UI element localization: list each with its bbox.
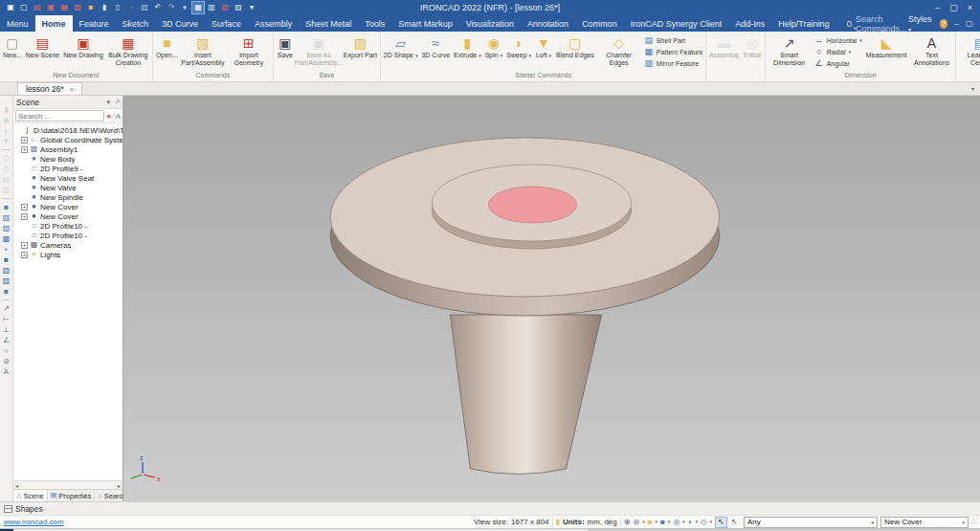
tab-help-training[interactable]: Help/Training [771, 15, 835, 32]
ribbon-button[interactable]: ◣ Measurement ▾ [864, 33, 909, 71]
ribbon-button[interactable]: A Text Annotations ▾ [908, 33, 954, 71]
screen-icon[interactable]: ▧ [219, 2, 231, 13]
tab-home[interactable]: Home [35, 15, 73, 32]
ribbon-button[interactable]: ▬ Assemble ▾ [707, 33, 741, 71]
diameter-dimension-tool-icon[interactable]: ⊘ [3, 357, 10, 365]
blend-tool-icon[interactable]: ▢ [3, 154, 11, 163]
expand-toggle-icon[interactable] [21, 166, 28, 172]
tab-add-ins[interactable]: Add-Ins [728, 15, 771, 32]
tab-3d-curve[interactable]: 3D Curve [155, 15, 205, 32]
panel-tab-properties[interactable]: ▤ Properties [48, 490, 96, 501]
scroll-left-icon[interactable]: ◂ [15, 482, 18, 489]
expand-toggle-icon[interactable] [21, 146, 28, 153]
ribbon-button[interactable]: ↗ Smart Dimension ▾ [767, 33, 813, 71]
viewport[interactable]: z x [123, 96, 980, 501]
tree-item[interactable]: ● New Cover [13, 202, 122, 211]
styles-dropdown[interactable]: Styles ▾ [908, 14, 933, 33]
qat-menu-icon[interactable]: ▾ [246, 2, 257, 13]
shell-tool-icon[interactable]: ▤ [3, 175, 11, 184]
tree-item[interactable]: ¤ Lights [13, 250, 122, 259]
ribbon-collapse-icon[interactable]: ▾ [971, 85, 980, 95]
active-part-combo[interactable]: New Cover▾ [880, 517, 969, 528]
ribbon-stack-button[interactable]: ▧ Mirror Feature ▾ [644, 57, 703, 69]
snapshot-icon[interactable]: ▦ [192, 2, 204, 13]
ribbon-button[interactable]: ▣ Save ▾ [275, 33, 296, 71]
draft-tool-icon[interactable]: ▥ [3, 186, 11, 194]
tab-smart-markup[interactable]: Smart Markup [391, 15, 459, 32]
ribbon-button[interactable]: ▢ New... ▾ [1, 33, 23, 71]
zoom-out-icon[interactable]: ⊖ [633, 519, 639, 526]
close-icon[interactable]: × [70, 85, 75, 94]
tab-common[interactable]: Common [575, 15, 624, 32]
import-icon[interactable]: ▧ [139, 2, 150, 13]
ribbon-button[interactable]: ▣ New Drawing ▾ [61, 33, 105, 71]
redo-icon[interactable]: ↷ [166, 2, 177, 13]
ribbon-button[interactable]: ◉ Spin ▾ [483, 33, 504, 71]
grid-icon[interactable]: ▨ [233, 2, 244, 13]
tree-item[interactable]: ▱ 2D Profile10 - [13, 221, 122, 231]
expand-toggle-icon[interactable] [21, 194, 28, 201]
structure-tree-icon[interactable]: ∴ [971, 519, 976, 526]
tab-sketch[interactable]: Sketch [116, 15, 156, 32]
tab-feature[interactable]: Feature [73, 15, 116, 32]
ribbon-button[interactable]: ▨ Export Part ▾ [342, 33, 379, 71]
ironcad-link[interactable]: www.ironcad.com [0, 518, 64, 526]
highlight-filter-icon[interactable]: A [113, 112, 121, 121]
chamfer-tool-icon[interactable]: ◇ [3, 165, 9, 173]
panel-tab-scene[interactable]: △ Scene [13, 490, 48, 501]
clear-search-icon[interactable]: × [106, 112, 111, 121]
app-icon[interactable]: ▣ [5, 2, 16, 13]
block-shape-icon[interactable]: ▨ [3, 224, 11, 232]
ribbon-stack-button[interactable]: ▦ Pattern Feature ▾ [644, 46, 703, 57]
zoom-in-icon[interactable]: ⊕ [624, 519, 631, 526]
block-shape-icon[interactable]: ▩ [3, 234, 11, 243]
block-shape-icon[interactable]: ▪ [5, 245, 8, 254]
separator[interactable] [2, 299, 11, 300]
block-shape-icon[interactable]: ▨ [3, 277, 11, 285]
linear-dimension-tool-icon[interactable]: ⊢ [3, 315, 10, 323]
tree-item[interactable]: ▱ 2D Profile10 - [13, 231, 122, 240]
sweep-tool-icon[interactable]: ◗ [4, 126, 9, 135]
save-copy-icon[interactable]: ▯ [112, 2, 123, 13]
ribbon-stack-button[interactable]: ↔ Horizontal ▾ [814, 34, 862, 46]
ribbon-button[interactable]: ▢ Blend Edges ▾ [554, 33, 596, 71]
expand-toggle-icon[interactable] [21, 137, 28, 144]
ribbon-button[interactable]: ◇ Chamfer Edges ▾ [596, 33, 642, 71]
new-drawing-icon[interactable]: ▣ [45, 2, 56, 13]
extrude-tool-icon[interactable]: ▮ [4, 105, 8, 114]
tab-annotation[interactable]: Annotation [521, 15, 575, 32]
units-value[interactable]: mm, deg [588, 518, 617, 526]
close-button[interactable]: × [968, 3, 972, 12]
new-scene-icon[interactable]: ▤ [32, 2, 43, 13]
vertical-dimension-tool-icon[interactable]: ⊥ [3, 325, 10, 334]
tree-item[interactable]: ● New Valve [13, 183, 122, 192]
tab-synergy-client[interactable]: IronCAD Synergy Client [624, 15, 729, 32]
block-shape-icon[interactable]: ■ [4, 287, 9, 296]
expand-toggle-icon[interactable] [21, 175, 28, 182]
block-shape-icon[interactable]: ■ [4, 255, 9, 264]
block-shape-icon[interactable]: ■ [4, 203, 9, 211]
caret-down-icon[interactable]: ▾ [656, 520, 658, 524]
ribbon-stack-button[interactable]: ∠ Angular ▾ [814, 57, 862, 69]
shaded-display-icon[interactable]: ■ [660, 519, 665, 526]
command-search[interactable]: Search Commands... [847, 14, 908, 33]
ribbon-button[interactable]: ▱ 2D Shape ▾ [382, 33, 420, 71]
ribbon-button[interactable]: ◗ Sweep ▾ [504, 33, 533, 71]
tree-item[interactable]: ● New Body [13, 154, 122, 164]
tree-item[interactable]: ▩ Assembly1 [13, 144, 122, 154]
ribbon-button[interactable]: ▤ New Scene ▾ [23, 33, 61, 71]
ribbon-button[interactable]: ◎ TriBall ▾ [741, 33, 764, 71]
ribbon-button[interactable]: ▣ Save As Part/Assembly... ▾ [296, 33, 342, 71]
ribbon-button[interactable]: ▮ Extrude ▾ [452, 33, 483, 71]
selection-filter-combo[interactable]: Any▾ [744, 517, 878, 528]
loft-tool-icon[interactable]: ▼ [3, 137, 11, 145]
angular-dimension-tool-icon[interactable]: ∠ [3, 336, 10, 344]
perspective-icon[interactable]: ◇ [701, 519, 706, 526]
undo-icon[interactable]: ↶ [152, 2, 164, 13]
camera-view-icon[interactable]: ◎ [673, 519, 679, 526]
bulk-drawing-icon[interactable]: ▦ [58, 2, 70, 13]
expand-toggle-icon[interactable] [21, 185, 28, 191]
ribbon-button[interactable]: ⊞ Import Geometry ▾ [226, 33, 272, 71]
ribbon-button[interactable]: ▤ Learning Center ▾ [957, 33, 980, 71]
caret-down-icon[interactable]: ▾ [642, 520, 645, 524]
